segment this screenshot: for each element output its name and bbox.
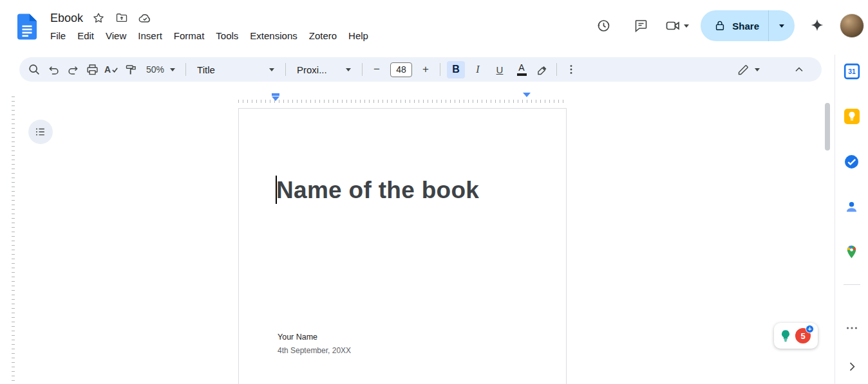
google-docs-app: Ebook File Edit View Insert Format Tools… — [0, 0, 868, 384]
search-menus-icon[interactable] — [24, 60, 44, 79]
move-folder-icon[interactable] — [114, 10, 129, 26]
font-value: Proxi... — [297, 64, 327, 75]
more-options-icon[interactable] — [561, 60, 581, 79]
menu-format[interactable]: Format — [169, 29, 210, 42]
highlight-color-icon[interactable] — [533, 60, 552, 79]
menu-file[interactable]: File — [45, 29, 71, 42]
docs-logo-icon[interactable] — [17, 14, 37, 40]
share-button: Share — [701, 10, 795, 41]
left-indent-marker[interactable] — [272, 93, 279, 101]
menu-zotero[interactable]: Zotero — [304, 29, 342, 42]
panel-divider — [844, 284, 860, 285]
video-camera-icon — [665, 18, 681, 33]
underline-button[interactable]: U — [491, 61, 509, 78]
font-size-input[interactable] — [390, 62, 412, 77]
text-color-button[interactable]: A — [513, 63, 531, 76]
app-header: Ebook File Edit View Insert Format Tools… — [0, 0, 868, 55]
suggestions-extension-badge[interactable]: 5 + — [774, 323, 818, 349]
title-area: Ebook File Edit View Insert Format Tools… — [50, 10, 373, 42]
chevron-down-icon — [346, 68, 351, 71]
decrease-font-size-button[interactable]: − — [367, 60, 386, 79]
suggestion-plus-badge: + — [806, 325, 814, 333]
chevron-down-icon — [269, 68, 274, 71]
paragraph-style-value: Title — [197, 64, 215, 75]
toolbar-divider — [556, 63, 557, 76]
menu-edit[interactable]: Edit — [72, 29, 99, 42]
comment-icon[interactable] — [628, 13, 654, 39]
gemini-sparkle-icon[interactable] — [806, 15, 828, 37]
zoom-select[interactable]: 50% — [140, 64, 181, 75]
share-dropdown-button[interactable] — [769, 10, 795, 41]
indent-triangle — [523, 93, 531, 108]
user-avatar[interactable] — [840, 14, 864, 38]
menu-help[interactable]: Help — [343, 29, 373, 42]
cloud-status-icon[interactable] — [137, 10, 153, 26]
toolbar-divider — [185, 63, 186, 76]
show-outline-button[interactable] — [28, 120, 53, 144]
share-main-button[interactable]: Share — [701, 10, 768, 41]
maps-icon[interactable] — [844, 243, 860, 260]
contacts-icon[interactable] — [844, 198, 860, 215]
book-title-text[interactable]: Name of the book — [276, 177, 479, 204]
vertical-scrollbar[interactable] — [825, 103, 830, 151]
lightbulb-icon — [778, 328, 793, 343]
spellcheck-letter: A — [104, 64, 111, 75]
menu-insert[interactable]: Insert — [133, 29, 167, 42]
text-color-letter: A — [518, 63, 524, 73]
share-label: Share — [732, 21, 759, 32]
toolbar-divider — [440, 63, 440, 76]
star-icon[interactable] — [91, 10, 106, 26]
bold-button[interactable]: B — [447, 61, 465, 78]
editing-mode-select[interactable] — [730, 63, 766, 77]
calendar-icon[interactable]: 31 — [844, 63, 860, 80]
date-text[interactable]: 4th September, 20XX — [278, 346, 351, 355]
suggestion-count-badge: 5 + — [795, 328, 811, 343]
get-addons-icon[interactable] — [844, 320, 860, 336]
spellcheck-icon[interactable]: A — [102, 60, 121, 79]
text-color-bar — [517, 73, 527, 76]
lock-icon — [713, 19, 726, 32]
keep-icon[interactable] — [844, 108, 860, 125]
header-actions: Share — [590, 0, 864, 51]
increase-font-size-button[interactable]: + — [416, 60, 435, 79]
calendar-day-number: 31 — [848, 68, 856, 75]
hide-menus-icon[interactable] — [789, 60, 809, 79]
show-side-panel-icon[interactable] — [844, 358, 860, 375]
chevron-down-icon — [170, 68, 175, 71]
first-line-indent-marker[interactable] — [272, 93, 279, 96]
document-title[interactable]: Ebook — [50, 12, 83, 25]
workspace-side-panel: 31 — [835, 55, 868, 384]
italic-button[interactable]: I — [469, 61, 487, 78]
document-page[interactable]: Name of the book Your Name 4th September… — [238, 108, 567, 384]
menu-extensions[interactable]: Extensions — [245, 29, 302, 42]
right-indent-marker[interactable] — [523, 97, 531, 109]
undo-icon[interactable] — [44, 60, 63, 79]
paragraph-style-select[interactable]: Title — [191, 64, 281, 75]
tasks-icon[interactable] — [844, 153, 860, 170]
print-icon[interactable] — [82, 60, 102, 79]
indent-triangle — [272, 96, 279, 101]
chevron-down-icon — [755, 68, 760, 71]
version-history-icon[interactable] — [590, 13, 616, 39]
chevron-down-icon — [779, 24, 784, 28]
vertical-ruler — [12, 96, 15, 384]
menu-view[interactable]: View — [100, 29, 131, 42]
toolbar-divider — [362, 63, 363, 76]
chevron-down-icon — [684, 24, 689, 28]
format-toolbar: A 50% Title Proxi... − + B I U A — [19, 57, 822, 82]
paint-format-icon[interactable] — [121, 60, 140, 79]
toolbar-divider — [285, 63, 286, 76]
meet-call-control[interactable] — [665, 18, 689, 33]
redo-icon[interactable] — [63, 60, 82, 79]
suggestion-count: 5 — [800, 331, 805, 341]
author-text[interactable]: Your Name — [278, 333, 317, 342]
menu-tools[interactable]: Tools — [211, 29, 243, 42]
zoom-value: 50% — [146, 64, 164, 75]
document-canvas: Name of the book Your Name 4th September… — [0, 82, 835, 384]
font-select[interactable]: Proxi... — [290, 64, 357, 75]
menu-bar: File Edit View Insert Format Tools Exten… — [45, 29, 373, 42]
horizontal-ruler — [238, 93, 567, 103]
